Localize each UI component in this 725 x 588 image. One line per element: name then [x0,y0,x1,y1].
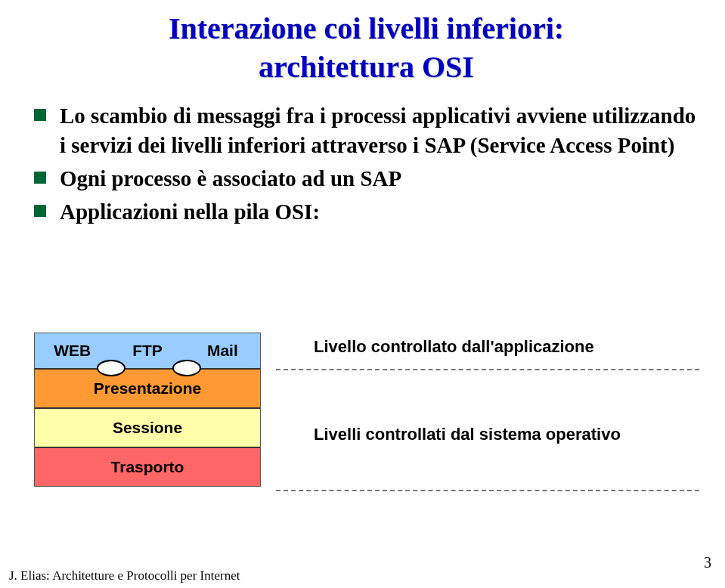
footer-text: J. Elias: Architetture e Protocolli per … [9,568,240,583]
layer-sessione: Sessione [35,407,260,447]
label-app-controlled: Livello controllato dall'applicazione [314,337,621,357]
application-row: WEB FTP Mail [35,333,260,368]
bullet-list: Lo scambio di messaggi fra i processi ap… [34,101,699,226]
bullet-item: Lo scambio di messaggi fra i processi ap… [34,101,699,159]
page-number: 3 [704,554,711,571]
bullet-square-icon [34,109,46,121]
layer-presentazione: Presentazione [35,368,260,407]
layer-stack: WEB FTP Mail Presentazione Sessione Tras… [34,333,261,487]
title-line-2: architettura OSI [34,49,699,85]
bullet-text: Lo scambio di messaggi fra i processi ap… [60,101,699,159]
right-labels: Livello controllato dall'applicazione Li… [314,337,621,444]
bullet-text: Ogni processo è associato ad un SAP [60,164,401,193]
title-line-1: Interazione coi livelli inferiori: [34,11,699,46]
sap-icon [97,360,125,376]
layer-trasporto: Trasporto [35,447,260,486]
bullet-square-icon [34,172,46,184]
bullet-text: Applicazioni nella pila OSI: [60,197,320,226]
bullet-item: Ogni processo è associato ad un SAP [34,164,699,193]
bullet-square-icon [34,205,46,217]
osi-diagram: WEB FTP Mail Presentazione Sessione Tras… [34,333,692,529]
label-os-controlled: Livelli controllati dal sistema operativ… [314,425,621,444]
sap-icon [172,360,201,376]
slide: Interazione coi livelli inferiori: archi… [0,0,725,588]
bullet-item: Applicazioni nella pila OSI: [34,197,699,226]
divider-dashed [276,490,699,491]
